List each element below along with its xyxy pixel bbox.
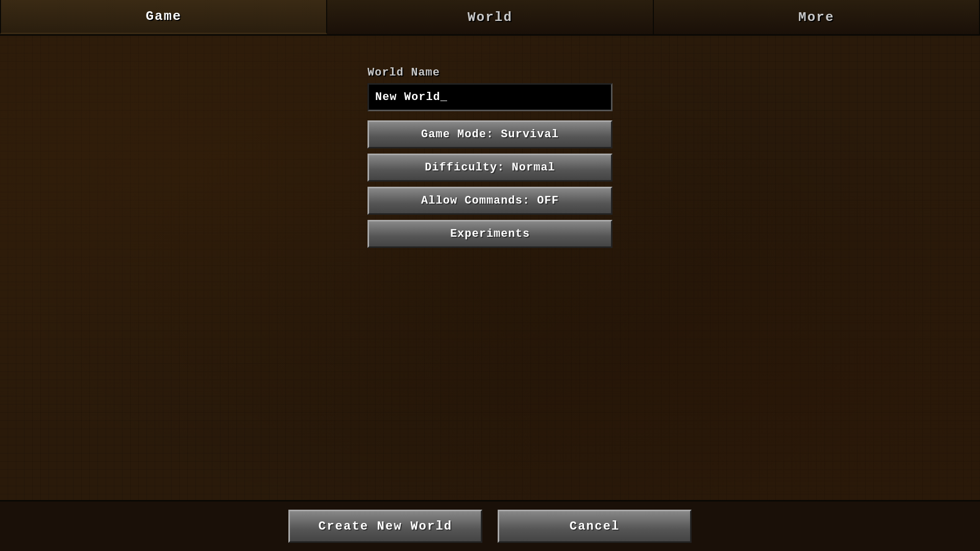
tab-bar: Game World More: [0, 0, 980, 36]
difficulty-button[interactable]: Difficulty: Normal: [368, 154, 612, 182]
tab-game[interactable]: Game: [0, 0, 327, 34]
experiments-button[interactable]: Experiments: [368, 220, 612, 248]
bottom-bar: Create New World Cancel: [0, 500, 980, 551]
allow-commands-button[interactable]: Allow Commands: OFF: [368, 187, 612, 215]
tab-more[interactable]: More: [654, 0, 980, 34]
create-world-button[interactable]: Create New World: [288, 510, 482, 543]
tab-world[interactable]: World: [327, 0, 653, 34]
main-content: World Name Game Mode: Survival Difficult…: [0, 36, 980, 500]
world-name-label: World Name: [368, 66, 440, 79]
cancel-button[interactable]: Cancel: [498, 510, 692, 543]
form-container: World Name Game Mode: Survival Difficult…: [368, 66, 612, 253]
game-mode-button[interactable]: Game Mode: Survival: [368, 120, 612, 148]
world-name-input[interactable]: [368, 83, 612, 111]
